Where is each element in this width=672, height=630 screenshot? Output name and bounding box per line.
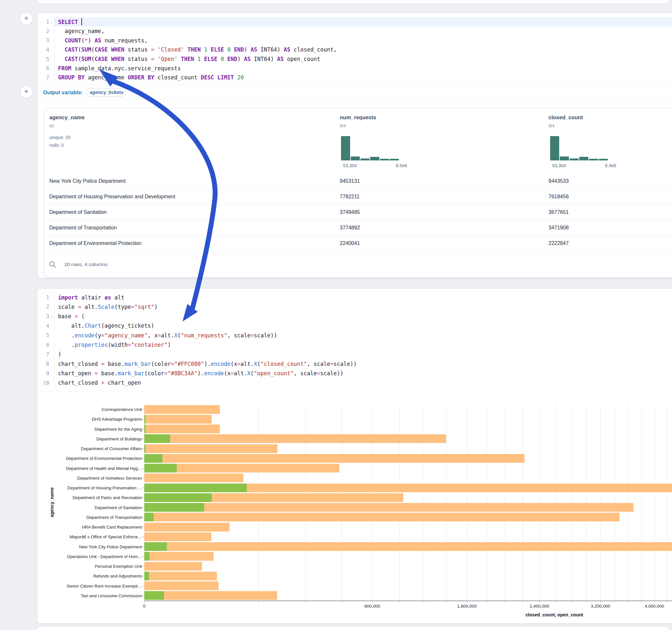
code-text: FROM sample_data.nyc.service_requests xyxy=(58,65,181,72)
gridline xyxy=(446,405,447,601)
column-header-num-requests[interactable]: num_requests xyxy=(340,114,376,121)
search-icon[interactable] xyxy=(49,261,56,268)
bar-open xyxy=(144,542,167,551)
line-number: 10 xyxy=(37,380,49,386)
gridline xyxy=(505,405,505,601)
output-variable-pill[interactable]: agency_tickets xyxy=(87,88,126,97)
code-line[interactable]: 6 .properties(width="container") xyxy=(37,340,672,350)
table-cell: 9453131 xyxy=(340,173,360,189)
bar-closed xyxy=(144,454,525,463)
bar-closed xyxy=(144,415,212,423)
line-number: 6 xyxy=(37,342,49,348)
table-cell: New York City Police Department xyxy=(49,173,126,189)
code-line[interactable]: 4 CAST(SUM(CASE WHEN status = 'Closed' T… xyxy=(37,45,672,54)
code-line[interactable]: 10chart_closed + chart_open xyxy=(37,378,672,388)
column-stat-unique: unique: 20 xyxy=(49,135,70,140)
bar-closed xyxy=(144,581,218,590)
y-axis-label: Department for the Aging xyxy=(38,427,142,431)
y-axis-label: Department of Health and Mental Hyg… xyxy=(38,466,142,470)
code-text: ) xyxy=(58,351,61,358)
table-cell: 3471908 xyxy=(549,220,569,236)
table-cell: 7618456 xyxy=(549,189,569,204)
gridline xyxy=(373,405,373,601)
histogram xyxy=(341,136,399,161)
histogram-bar xyxy=(560,156,569,161)
code-text: CAST(SUM(CASE WHEN status = 'Open' THEN … xyxy=(58,56,320,62)
y-axis-label: Operations Unit - Department of Hom… xyxy=(38,554,142,559)
bar-closed xyxy=(144,425,220,433)
column-dtype: i64 xyxy=(549,123,555,128)
histogram xyxy=(550,136,608,161)
table-cell: 3749485 xyxy=(340,204,360,220)
code-line[interactable]: 7GROUP BY agency_name ORDER BY closed_co… xyxy=(37,73,672,82)
column-header-agency-name[interactable]: agency_name xyxy=(49,114,85,121)
code-line[interactable]: 2scale = alt.Scale(type="sqrt") xyxy=(37,302,672,311)
add-cell-button[interactable]: + xyxy=(20,86,33,98)
histogram-bar xyxy=(599,159,608,161)
table-cell: Department of Housing Preservation and D… xyxy=(49,189,175,204)
bar-open xyxy=(144,454,162,463)
code-line[interactable]: 9chart_open = base.mark_bar(color="#8BC3… xyxy=(37,369,672,378)
code-text: SELECT xyxy=(58,19,81,25)
table-cell: 9443533 xyxy=(549,173,569,189)
y-axis-label: Taxi and Limousine Commission xyxy=(38,593,142,598)
y-axis-label: DHS Advantage Programs xyxy=(38,417,142,421)
code-text: base = ( xyxy=(58,313,85,319)
gridline xyxy=(399,405,400,601)
code-line[interactable]: 5 .encode(y="agency_name", x=alt.X("num_… xyxy=(37,331,672,340)
bar-open xyxy=(144,503,204,512)
code-line[interactable]: 1⌄SELECT xyxy=(37,17,672,27)
output-variable-value: agency_tickets xyxy=(90,90,123,95)
x-axis-label: 2,400,000 xyxy=(530,604,549,609)
code-line[interactable]: 8chart_closed = base.mark_bar(color="#FF… xyxy=(37,359,672,368)
line-number: 4 xyxy=(37,323,49,329)
gridline xyxy=(467,405,467,601)
table-cell: 3677651 xyxy=(549,204,569,220)
table-cell: Department of Sanitation xyxy=(49,204,107,220)
column-header-closed-count[interactable]: closed_count xyxy=(549,114,583,121)
code-line[interactable]: 2 agency_name, xyxy=(37,27,672,36)
bar-closed xyxy=(144,444,278,453)
gridline xyxy=(523,405,523,601)
code-text: .properties(width="container") xyxy=(58,342,171,348)
bar-open xyxy=(144,444,146,453)
y-axis-label: Mayorâ€ s Office of Special Enforce… xyxy=(38,534,142,539)
bar-open xyxy=(144,425,146,433)
code-line[interactable]: 6FROM sample_data.nyc.service_requests xyxy=(37,64,672,73)
code-line[interactable]: 3⌄base = ( xyxy=(37,312,672,321)
line-number: 9 xyxy=(37,370,49,377)
x-axis-label: 800,000 xyxy=(364,604,380,609)
line-number: 1 xyxy=(37,19,49,25)
code-line[interactable]: 4 alt.Chart(agency_tickets) xyxy=(37,321,672,331)
add-cell-button[interactable]: + xyxy=(20,12,33,25)
fold-chevron-icon[interactable]: ⌄ xyxy=(49,314,54,319)
line-number: 7 xyxy=(37,351,49,358)
histogram-bar xyxy=(360,159,369,161)
line-number: 4 xyxy=(37,47,49,53)
gridline xyxy=(600,405,601,601)
bar-open xyxy=(144,484,247,492)
x-axis-label: 0 xyxy=(143,604,146,609)
fold-chevron-icon[interactable]: ⌄ xyxy=(49,20,54,24)
code-line[interactable]: 1import altair as alt xyxy=(37,293,672,302)
code-line[interactable]: 7) xyxy=(37,350,672,359)
gridline xyxy=(654,405,655,601)
code-text: agency_name, xyxy=(58,28,104,34)
code-line[interactable]: 5 CAST(SUM(CASE WHEN status = 'Open' THE… xyxy=(37,54,672,64)
code-text: chart_open = base.mark_bar(color="#8BC34… xyxy=(58,370,343,377)
axis-title-y: agency_name xyxy=(49,487,54,517)
line-number: 3 xyxy=(37,313,49,319)
bar-open xyxy=(144,513,154,522)
code-text: chart_closed + chart_open xyxy=(58,380,141,386)
column-dtype: i64 xyxy=(340,123,346,128)
code-line[interactable]: 3 COUNT(*) AS num_requests, xyxy=(37,35,672,45)
bar-closed xyxy=(144,405,220,414)
y-axis-label: Department of Consumer Affairs xyxy=(38,446,142,451)
histogram-bar xyxy=(351,156,360,161)
gridline xyxy=(586,405,586,601)
line-number: 2 xyxy=(37,304,49,310)
gridline xyxy=(258,405,259,601)
gridline xyxy=(424,405,424,601)
histogram-min-label: 53,304 xyxy=(552,163,566,168)
table-cell: 7782211 xyxy=(340,189,360,204)
